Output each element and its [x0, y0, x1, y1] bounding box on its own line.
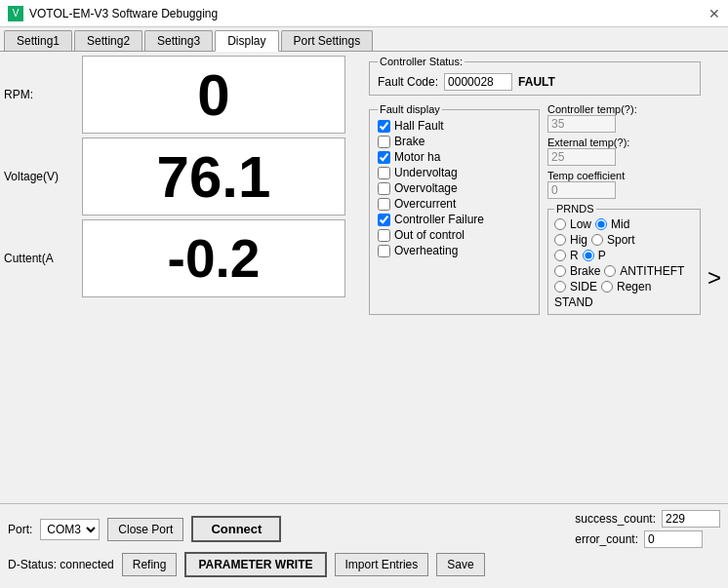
fault-temp-section: Fault display Hall Fault Brake Motor ha: [369, 103, 701, 319]
prnds-legend: PRNDS: [554, 203, 596, 215]
fault-brake-row: Brake: [378, 135, 531, 148]
temp-coefficient-row: Temp coefficient: [547, 170, 701, 199]
bottom-section: Port: COM3 Close Port Connect success_co…: [0, 503, 728, 583]
close-port-button[interactable]: Close Port: [107, 518, 183, 541]
fault-overheating-label: Overheating: [394, 244, 458, 257]
fault-code-input[interactable]: [444, 73, 512, 91]
fault-controller-failure-checkbox[interactable]: [378, 214, 390, 226]
current-row: Cuttent(A -0.2: [4, 219, 365, 297]
voltage-gauge: 76.1: [82, 137, 345, 216]
prnds-sport-radio[interactable]: [591, 234, 603, 246]
rpm-gauge: 0: [82, 56, 345, 134]
fault-overheating-row: Overheating: [378, 244, 531, 257]
prnds-regen-radio[interactable]: [601, 281, 613, 293]
count-panel: success_count: error_count:: [575, 510, 720, 548]
controller-temp-row: Controller temp(?):: [547, 103, 701, 133]
prnds-row4: Brake ANTITHEFT: [554, 264, 694, 278]
prnds-side-radio[interactable]: [554, 281, 566, 293]
tab-display[interactable]: Display: [215, 30, 278, 52]
prnds-mid-label: Mid: [611, 217, 629, 231]
fault-controller-failure-row: Controller Failure: [378, 213, 531, 226]
title-bar: V VOTOL-EM-V3 Software Debugging ✕: [0, 0, 728, 27]
prnds-row2: Hig Sport: [554, 233, 694, 247]
external-temp-row: External temp(?):: [547, 137, 701, 166]
temp-coefficient-label: Temp coefficient: [547, 170, 701, 181]
tab-port-settings[interactable]: Port Settings: [281, 30, 374, 51]
chevron-button[interactable]: >: [705, 56, 724, 499]
error-count-label: error_count:: [575, 532, 638, 546]
error-count-input[interactable]: [644, 530, 703, 548]
window-title: VOTOL-EM-V3 Software Debugging: [29, 7, 218, 20]
prnds-stand-label: STAND: [554, 295, 593, 309]
success-count-input[interactable]: [662, 510, 720, 528]
current-gauge: -0.2: [82, 219, 345, 297]
left-panel: RPM: 0 Voltage(V) 76.1 Cuttent(A -0.2: [4, 56, 365, 499]
prnds-stand-row: STAND: [554, 295, 694, 309]
tab-bar: Setting1 Setting2 Setting3 Display Port …: [0, 27, 728, 52]
fault-overcurrent-label: Overcurrent: [394, 197, 456, 211]
success-count-label: success_count:: [575, 512, 656, 526]
voltage-value: 76.1: [157, 143, 271, 211]
current-label: Cuttent(A: [4, 252, 82, 265]
rpm-value: 0: [197, 61, 229, 129]
param-write-button[interactable]: PARAMETER WRITE: [184, 552, 326, 577]
fault-display-fieldset: Fault display Hall Fault Brake Motor ha: [369, 103, 540, 315]
prnds-brake-radio[interactable]: [554, 265, 566, 277]
prnds-antitheft-radio[interactable]: [604, 265, 616, 277]
tab-setting3[interactable]: Setting3: [144, 30, 213, 51]
port-select[interactable]: COM3: [40, 519, 100, 540]
prnds-low-label: Low: [570, 217, 591, 231]
fault-overheating-checkbox[interactable]: [378, 245, 390, 257]
prnds-hig-label: Hig: [570, 233, 587, 247]
fault-brake-label: Brake: [394, 135, 425, 148]
temp-prnds-panel: Controller temp(?): External temp(?): Te…: [547, 103, 701, 319]
fault-undervoltage-label: Undervoltag: [394, 166, 458, 179]
fault-controller-failure-label: Controller Failure: [394, 213, 484, 226]
success-count-row: success_count:: [575, 510, 720, 528]
fault-hall-checkbox[interactable]: [378, 120, 390, 133]
fault-code-label: Fault Code:: [378, 75, 438, 89]
fault-overcurrent-checkbox[interactable]: [378, 198, 390, 211]
prnds-low-radio[interactable]: [554, 218, 566, 230]
fault-motorha-row: Motor ha: [378, 150, 531, 164]
controller-status-fieldset: Controller Status: Fault Code: FAULT: [369, 56, 701, 96]
fault-brake-checkbox[interactable]: [378, 136, 390, 148]
bottom-top-row: Port: COM3 Close Port Connect success_co…: [8, 510, 720, 548]
connect-button[interactable]: Connect: [191, 516, 281, 542]
prnds-row1: Low Mid: [554, 217, 694, 231]
fault-motorha-checkbox[interactable]: [378, 151, 390, 164]
prnds-mid-radio[interactable]: [595, 218, 607, 230]
temp-coefficient-input[interactable]: [547, 181, 616, 199]
prnds-p-label: P: [598, 249, 606, 262]
rpm-row: RPM: 0: [4, 56, 365, 134]
prnds-row5: SIDE Regen: [554, 280, 694, 294]
fault-status-label: FAULT: [518, 75, 555, 89]
fault-out-of-control-label: Out of control: [394, 228, 465, 242]
fault-display-legend: Fault display: [378, 103, 442, 115]
fault-overcurrent-row: Overcurrent: [378, 197, 531, 211]
fault-motorha-label: Motor ha: [394, 150, 440, 164]
fault-out-of-control-checkbox[interactable]: [378, 229, 390, 242]
fault-undervoltage-checkbox[interactable]: [378, 167, 390, 179]
prnds-r-radio[interactable]: [554, 250, 566, 261]
save-button[interactable]: Save: [436, 553, 484, 576]
fault-undervoltage-row: Undervoltag: [378, 166, 531, 179]
fault-overvoltage-checkbox[interactable]: [378, 182, 390, 195]
tab-setting1[interactable]: Setting1: [4, 30, 72, 51]
external-temp-label: External temp(?):: [547, 137, 701, 148]
controller-status-legend: Controller Status:: [378, 56, 465, 67]
external-temp-input[interactable]: [547, 148, 616, 166]
controller-temp-input[interactable]: [547, 115, 616, 133]
rpm-label: RPM:: [4, 88, 82, 101]
error-count-row: error_count:: [575, 530, 720, 548]
prnds-fieldset: PRNDS Low Mid Hig: [547, 203, 701, 315]
import-entries-button[interactable]: Import Entries: [335, 553, 429, 576]
app-icon: V: [8, 6, 23, 21]
refine-button[interactable]: Refing: [122, 553, 178, 576]
prnds-hig-radio[interactable]: [554, 234, 566, 246]
tab-setting2[interactable]: Setting2: [74, 30, 142, 51]
d-status-label: D-Status: connected: [8, 558, 114, 571]
current-value: -0.2: [168, 227, 261, 290]
prnds-p-radio[interactable]: [583, 250, 594, 261]
close-button[interactable]: ✕: [708, 6, 720, 21]
